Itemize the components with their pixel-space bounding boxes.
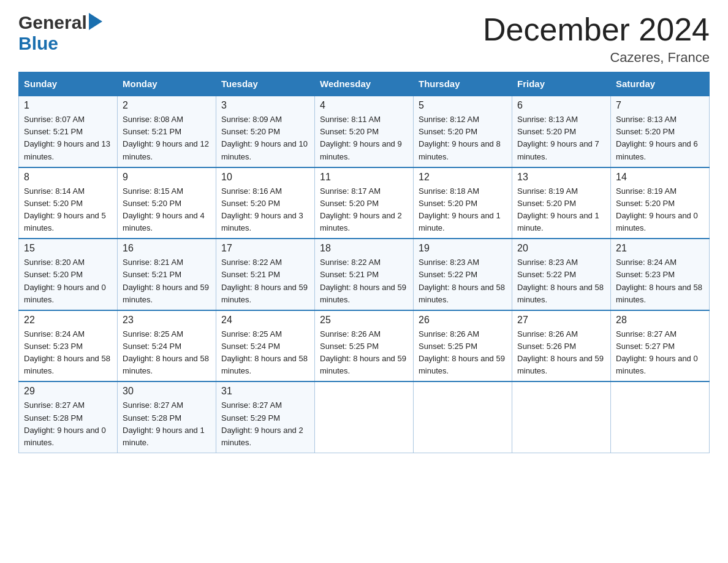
calendar-cell: 11Sunrise: 8:17 AMSunset: 5:20 PMDayligh… <box>315 167 414 239</box>
day-header-saturday: Saturday <box>611 72 710 96</box>
header-row: SundayMondayTuesdayWednesdayThursdayFrid… <box>19 72 710 96</box>
day-number: 16 <box>123 243 211 254</box>
calendar-cell: 23Sunrise: 8:25 AMSunset: 5:24 PMDayligh… <box>118 310 216 382</box>
day-header-tuesday: Tuesday <box>216 72 315 96</box>
day-number: 25 <box>320 315 408 326</box>
calendar-cell: 31Sunrise: 8:27 AMSunset: 5:29 PMDayligh… <box>216 381 315 453</box>
day-info: Sunrise: 8:12 AMSunset: 5:20 PMDaylight:… <box>419 113 507 163</box>
day-info: Sunrise: 8:13 AMSunset: 5:20 PMDaylight:… <box>616 113 704 163</box>
day-info: Sunrise: 8:23 AMSunset: 5:22 PMDaylight:… <box>517 256 605 306</box>
calendar-cell: 7Sunrise: 8:13 AMSunset: 5:20 PMDaylight… <box>611 96 710 167</box>
day-number: 30 <box>123 386 211 397</box>
day-info: Sunrise: 8:20 AMSunset: 5:20 PMDaylight:… <box>24 256 112 306</box>
calendar-cell: 10Sunrise: 8:16 AMSunset: 5:20 PMDayligh… <box>216 167 315 239</box>
day-number: 14 <box>616 172 704 183</box>
day-number: 11 <box>320 172 408 183</box>
week-row-1: 1Sunrise: 8:07 AMSunset: 5:21 PMDaylight… <box>19 96 710 167</box>
calendar-cell: 2Sunrise: 8:08 AMSunset: 5:21 PMDaylight… <box>118 96 216 167</box>
day-number: 21 <box>616 243 704 254</box>
day-number: 27 <box>517 315 605 326</box>
day-info: Sunrise: 8:25 AMSunset: 5:24 PMDaylight:… <box>123 328 211 378</box>
page-header: General Blue December 2024 Cazeres, Fran… <box>18 12 710 66</box>
day-info: Sunrise: 8:27 AMSunset: 5:28 PMDaylight:… <box>123 399 211 449</box>
calendar-cell <box>512 381 611 453</box>
day-info: Sunrise: 8:27 AMSunset: 5:27 PMDaylight:… <box>616 328 704 378</box>
calendar-cell: 16Sunrise: 8:21 AMSunset: 5:21 PMDayligh… <box>118 239 216 310</box>
calendar-cell: 1Sunrise: 8:07 AMSunset: 5:21 PMDaylight… <box>19 96 118 167</box>
day-info: Sunrise: 8:23 AMSunset: 5:22 PMDaylight:… <box>419 256 507 306</box>
day-number: 19 <box>419 243 507 254</box>
day-header-wednesday: Wednesday <box>315 72 414 96</box>
day-info: Sunrise: 8:16 AMSunset: 5:20 PMDaylight:… <box>221 185 309 235</box>
week-row-2: 8Sunrise: 8:14 AMSunset: 5:20 PMDaylight… <box>19 167 710 239</box>
day-header-friday: Friday <box>512 72 611 96</box>
day-info: Sunrise: 8:22 AMSunset: 5:21 PMDaylight:… <box>221 256 309 306</box>
week-row-5: 29Sunrise: 8:27 AMSunset: 5:28 PMDayligh… <box>19 381 710 453</box>
day-number: 29 <box>24 386 112 397</box>
day-info: Sunrise: 8:09 AMSunset: 5:20 PMDaylight:… <box>221 113 309 163</box>
day-number: 9 <box>123 172 211 183</box>
calendar-cell: 13Sunrise: 8:19 AMSunset: 5:20 PMDayligh… <box>512 167 611 239</box>
day-header-sunday: Sunday <box>19 72 118 96</box>
day-info: Sunrise: 8:24 AMSunset: 5:23 PMDaylight:… <box>616 256 704 306</box>
day-info: Sunrise: 8:24 AMSunset: 5:23 PMDaylight:… <box>24 328 112 378</box>
day-info: Sunrise: 8:25 AMSunset: 5:24 PMDaylight:… <box>221 328 309 378</box>
day-info: Sunrise: 8:11 AMSunset: 5:20 PMDaylight:… <box>320 113 408 163</box>
day-number: 28 <box>616 315 704 326</box>
title-block: December 2024 Cazeres, France <box>483 12 710 66</box>
day-info: Sunrise: 8:21 AMSunset: 5:21 PMDaylight:… <box>123 256 211 306</box>
calendar-cell: 21Sunrise: 8:24 AMSunset: 5:23 PMDayligh… <box>611 239 710 310</box>
day-info: Sunrise: 8:26 AMSunset: 5:26 PMDaylight:… <box>517 328 605 378</box>
day-number: 23 <box>123 315 211 326</box>
week-row-4: 22Sunrise: 8:24 AMSunset: 5:23 PMDayligh… <box>19 310 710 382</box>
calendar-cell: 12Sunrise: 8:18 AMSunset: 5:20 PMDayligh… <box>414 167 512 239</box>
day-info: Sunrise: 8:19 AMSunset: 5:20 PMDaylight:… <box>517 185 605 235</box>
day-info: Sunrise: 8:18 AMSunset: 5:20 PMDaylight:… <box>419 185 507 235</box>
day-info: Sunrise: 8:17 AMSunset: 5:20 PMDaylight:… <box>320 185 408 235</box>
day-number: 15 <box>24 243 112 254</box>
day-info: Sunrise: 8:22 AMSunset: 5:21 PMDaylight:… <box>320 256 408 306</box>
calendar-cell: 25Sunrise: 8:26 AMSunset: 5:25 PMDayligh… <box>315 310 414 382</box>
calendar-cell <box>611 381 710 453</box>
calendar-cell: 19Sunrise: 8:23 AMSunset: 5:22 PMDayligh… <box>414 239 512 310</box>
calendar-table: SundayMondayTuesdayWednesdayThursdayFrid… <box>18 72 710 453</box>
day-info: Sunrise: 8:13 AMSunset: 5:20 PMDaylight:… <box>517 113 605 163</box>
month-title: December 2024 <box>483 12 710 47</box>
day-number: 7 <box>616 100 704 111</box>
calendar-cell: 30Sunrise: 8:27 AMSunset: 5:28 PMDayligh… <box>118 381 216 453</box>
day-header-monday: Monday <box>118 72 216 96</box>
day-info: Sunrise: 8:14 AMSunset: 5:20 PMDaylight:… <box>24 185 112 235</box>
day-info: Sunrise: 8:15 AMSunset: 5:20 PMDaylight:… <box>123 185 211 235</box>
day-number: 17 <box>221 243 309 254</box>
day-number: 24 <box>221 315 309 326</box>
day-number: 2 <box>123 100 211 111</box>
day-number: 5 <box>419 100 507 111</box>
calendar-cell <box>315 381 414 453</box>
day-number: 8 <box>24 172 112 183</box>
calendar-cell: 8Sunrise: 8:14 AMSunset: 5:20 PMDaylight… <box>19 167 118 239</box>
calendar-cell: 27Sunrise: 8:26 AMSunset: 5:26 PMDayligh… <box>512 310 611 382</box>
calendar-cell: 14Sunrise: 8:19 AMSunset: 5:20 PMDayligh… <box>611 167 710 239</box>
calendar-cell: 4Sunrise: 8:11 AMSunset: 5:20 PMDaylight… <box>315 96 414 167</box>
day-number: 12 <box>419 172 507 183</box>
calendar-cell: 17Sunrise: 8:22 AMSunset: 5:21 PMDayligh… <box>216 239 315 310</box>
logo-arrow-icon <box>89 13 102 33</box>
day-info: Sunrise: 8:26 AMSunset: 5:25 PMDaylight:… <box>320 328 408 378</box>
calendar-cell <box>414 381 512 453</box>
location: Cazeres, France <box>483 50 710 66</box>
day-number: 3 <box>221 100 309 111</box>
day-info: Sunrise: 8:27 AMSunset: 5:28 PMDaylight:… <box>24 399 112 449</box>
day-number: 18 <box>320 243 408 254</box>
day-number: 4 <box>320 100 408 111</box>
logo-general: General <box>18 12 87 33</box>
day-info: Sunrise: 8:07 AMSunset: 5:21 PMDaylight:… <box>24 113 112 163</box>
day-number: 10 <box>221 172 309 183</box>
day-number: 6 <box>517 100 605 111</box>
calendar-cell: 28Sunrise: 8:27 AMSunset: 5:27 PMDayligh… <box>611 310 710 382</box>
day-number: 13 <box>517 172 605 183</box>
calendar-cell: 3Sunrise: 8:09 AMSunset: 5:20 PMDaylight… <box>216 96 315 167</box>
calendar-cell: 5Sunrise: 8:12 AMSunset: 5:20 PMDaylight… <box>414 96 512 167</box>
day-number: 26 <box>419 315 507 326</box>
calendar-cell: 6Sunrise: 8:13 AMSunset: 5:20 PMDaylight… <box>512 96 611 167</box>
calendar-cell: 29Sunrise: 8:27 AMSunset: 5:28 PMDayligh… <box>19 381 118 453</box>
